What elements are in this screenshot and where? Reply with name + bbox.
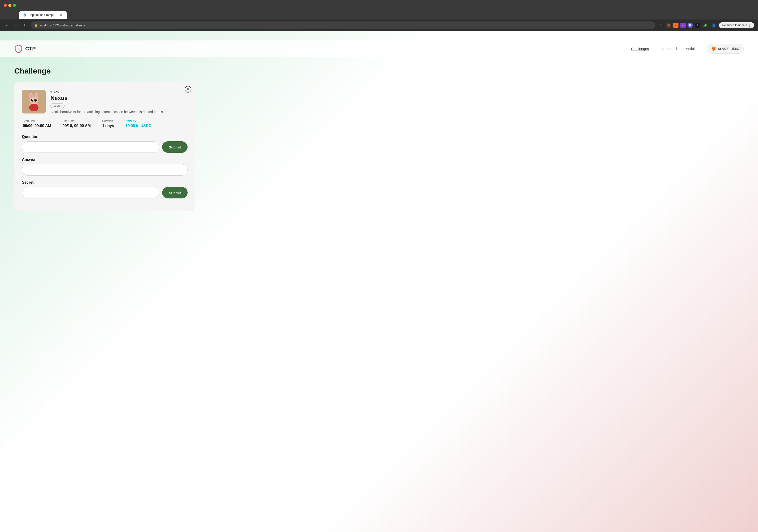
lock-icon: 🔒 (34, 24, 38, 27)
question-section: Question Submit (22, 135, 188, 153)
maximize-window-button[interactable] (13, 4, 16, 7)
address-url-text: localhost:5173/webapp/challenge (40, 23, 652, 27)
secret-badge: secret (51, 103, 64, 108)
question-submit-button[interactable]: Submit (162, 141, 188, 153)
new-tab-button[interactable]: + (68, 12, 74, 18)
awards-value: 10.00 in USDC (125, 124, 151, 128)
awards-label: Awards (125, 119, 151, 123)
answer-row (22, 164, 188, 176)
browser-toolbar-actions: ☆ 🐻 🦊 🦋 K I 🧩 👤 Relaunch to update ⋮ (658, 22, 754, 29)
answer-input[interactable] (22, 164, 188, 176)
browser-titlebar (0, 0, 758, 11)
secret-section: Secret Submit (22, 180, 188, 198)
challenge-description: A collaborative AI for streamlining comm… (51, 110, 188, 114)
svg-point-11 (34, 99, 37, 102)
start-date-value: 09/09, 09:00 AM (23, 124, 51, 128)
svg-point-12 (32, 99, 33, 100)
page-wrapper: S CTP Challenges Leaderboard Portfolio 🦊… (0, 31, 758, 532)
duration-label: Duration (102, 119, 114, 123)
wallet-address: 0xA502...d447 (718, 47, 740, 51)
traffic-lights (4, 4, 16, 7)
minimize-window-button[interactable] (8, 4, 12, 7)
wallet-button[interactable]: 🦊 0xA502...d447 (707, 44, 744, 53)
extension-icon-k[interactable]: K (688, 22, 693, 28)
browser-chrome: C Capture the Prompt ✕ + ⌄ ← → ↻ 🔒 local… (0, 0, 758, 31)
secret-label: Secret (22, 180, 188, 184)
page-title: Challenge (14, 67, 744, 76)
secret-input[interactable] (22, 187, 159, 198)
question-label: Question (22, 135, 188, 139)
stat-start-date: Start Date 09/09, 09:00 AM (23, 119, 51, 128)
browser-addressbar: ← → ↻ 🔒 localhost:5173/webapp/challenge … (0, 19, 758, 31)
live-dot (51, 91, 52, 92)
tab-menu-button[interactable]: ⌄ (736, 13, 739, 17)
logo-icon: S (14, 45, 23, 53)
browser-tab-bar: C Capture the Prompt ✕ + ⌄ (0, 11, 758, 19)
relaunch-button[interactable]: Relaunch to update ⋮ (719, 22, 754, 28)
tab-favicon: C (23, 13, 27, 17)
stat-awards: Awards 10.00 in USDC (125, 119, 151, 128)
end-date-value: 09/10, 09:00 AM (63, 124, 91, 128)
end-date-label: End Date (63, 119, 91, 123)
forward-button[interactable]: → (13, 22, 19, 29)
answer-section: Answer (22, 157, 188, 176)
bookmark-icon[interactable]: ☆ (658, 22, 664, 29)
profile-icon[interactable]: 👤 (710, 22, 717, 29)
extension-icon-2[interactable]: 🦊 (673, 22, 678, 28)
back-button[interactable]: ← (4, 22, 11, 29)
logo: S CTP (14, 45, 36, 53)
answer-label: Answer (22, 157, 188, 162)
challenge-stats: Start Date 09/09, 09:00 AM End Date 09/1… (22, 119, 188, 128)
reload-button[interactable]: ↻ (22, 22, 29, 29)
active-browser-tab[interactable]: C Capture the Prompt ✕ (19, 11, 67, 19)
logo-text: CTP (25, 46, 36, 52)
relaunch-label: Relaunch to update (722, 23, 747, 27)
start-date-label: Start Date (23, 119, 51, 123)
tab-close-button[interactable]: ✕ (59, 13, 63, 17)
live-text: Live (54, 90, 59, 93)
question-input[interactable] (22, 141, 159, 153)
svg-point-14 (33, 102, 35, 103)
stat-end-date: End Date 09/10, 09:00 AM (63, 119, 91, 128)
extension-icon-i[interactable]: I (695, 22, 700, 28)
challenge-card: ✕ (14, 82, 195, 211)
svg-point-7 (30, 93, 32, 98)
secret-submit-button[interactable]: Submit (162, 187, 188, 198)
svg-point-4 (29, 104, 39, 111)
svg-text:S: S (17, 47, 19, 51)
extension-icon-3[interactable]: 🦋 (680, 22, 686, 28)
tab-title: Capture the Prompt (29, 13, 57, 17)
question-row: Submit (22, 141, 188, 153)
close-window-button[interactable] (4, 4, 7, 7)
challenge-name: Nexus (51, 95, 188, 101)
challenge-image (22, 90, 46, 114)
extension-icon-1[interactable]: 🐻 (666, 22, 672, 28)
address-bar[interactable]: 🔒 localhost:5173/webapp/challenge (31, 21, 655, 29)
secret-row: Submit (22, 187, 188, 198)
nav-links: Challenges Leaderboard Portfolio (631, 47, 698, 51)
nav-portfolio[interactable]: Portfolio (684, 47, 698, 51)
nav-challenges[interactable]: Challenges (631, 47, 649, 51)
extensions-icon[interactable]: 🧩 (702, 22, 708, 29)
svg-point-9 (36, 93, 38, 98)
navbar: S CTP Challenges Leaderboard Portfolio 🦊… (0, 41, 758, 57)
challenge-info: Live Nexus secret A collaborative AI for… (51, 90, 188, 114)
close-card-button[interactable]: ✕ (185, 86, 191, 92)
svg-text:C: C (24, 14, 25, 16)
svg-point-10 (31, 99, 33, 102)
svg-point-13 (36, 99, 36, 100)
challenge-header: Live Nexus secret A collaborative AI for… (22, 90, 188, 114)
metamask-icon: 🦊 (711, 46, 716, 51)
relaunch-menu-icon: ⋮ (748, 23, 751, 27)
duration-value: 1 days (102, 124, 114, 128)
stat-duration: Duration 1 days (102, 119, 114, 128)
main-content: Challenge ✕ (0, 57, 758, 220)
nav-leaderboard[interactable]: Leaderboard (657, 47, 677, 51)
live-badge: Live (51, 90, 188, 93)
